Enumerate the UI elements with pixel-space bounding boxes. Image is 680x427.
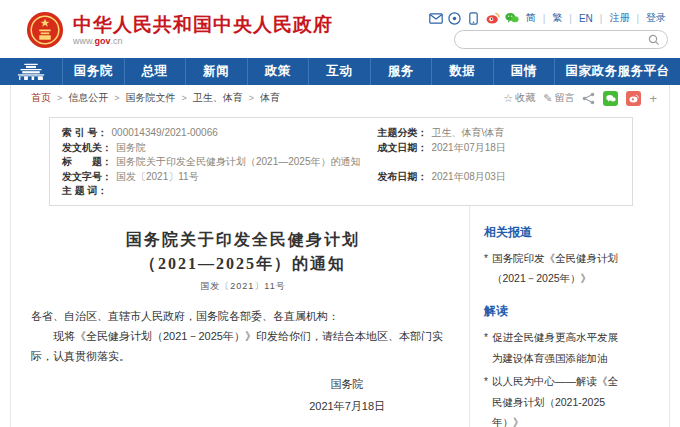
header-quick-links: 简| 繁| EN| 注册| 登录 [429,11,668,25]
share-icon[interactable] [582,92,595,105]
meta-row-spacer [377,184,620,199]
mobile-icon[interactable] [467,12,481,25]
meta-label: 发文机关： [62,141,112,156]
nav-item-services[interactable]: 服务 [370,58,432,85]
meta-label: 标 题： [62,155,112,170]
mail-icon[interactable] [429,12,443,25]
bullet-marker: * [484,327,488,368]
weibo-icon[interactable] [486,12,500,25]
lang-traditional-link[interactable]: 繁 [550,11,564,25]
nav-item-policy[interactable]: 政策 [247,58,309,85]
search-input[interactable] [462,34,648,45]
site-url: www.gov.cn [73,36,333,46]
header-right: 简| 繁| EN| 注册| 登录 [429,11,668,49]
national-emblem-icon [26,11,64,49]
related-report-link[interactable]: * 国务院印发《全民健身计划（2021－2025年）》 [484,248,627,289]
star-icon: ☆ [503,92,513,105]
breadcrumb-separator: > [249,93,254,103]
breadcrumb-health-sports[interactable]: 卫生、体育 [193,91,243,105]
meta-value: 000014349/2021-00066 [112,126,218,141]
meta-row-issuing-agency: 发文机关：国务院 [62,141,377,156]
site-title: 中华人民共和国中央人民政府 [73,14,333,36]
site-url-prefix: www. [73,36,95,46]
pencil-icon: ✎ [543,92,552,105]
comment-label: 留言 [554,91,574,105]
breadcrumb-separator: > [182,93,187,103]
nav-item-state-council[interactable]: 国务院 [62,58,124,85]
document-body-paragraph: 现将《全民健身计划（2021－2025年）》印发给你们，请结合本地区、本部门实际… [31,326,455,367]
meta-right-column: 主题分类：卫生、体育\体育 成文日期：2021年07月18日 发布日期：2021… [377,126,620,199]
site-url-gov: gov [95,36,111,46]
meta-row-index: 索 引 号：000014349/2021-00066 [62,126,377,141]
content-wrap: 首页 > 信息公开 > 国务院文件 > 卫生、体育 > 体育 ☆收藏 ✎留言 + [10,85,670,427]
meta-row-title: 标 题：国务院关于印发全民健身计划（2021—2025年）的通知 [62,155,377,170]
breadcrumb-separator: > [114,93,119,103]
gov-cn-page: 中华人民共和国中央人民政府 www.gov.cn [0,0,680,427]
document-title-line2: （2021—2025年）的通知 [31,252,455,276]
meta-value: 2021年07月18日 [431,141,506,156]
meta-row-keywords: 主 题 词： [62,184,377,199]
login-link[interactable]: 登录 [644,11,668,25]
pipe-separator: | [569,13,572,24]
site-title-block: 中华人民共和国中央人民政府 www.gov.cn [73,14,333,47]
breadcrumb-row: 首页 > 信息公开 > 国务院文件 > 卫生、体育 > 体育 ☆收藏 ✎留言 + [11,85,669,111]
nav-item-premier[interactable]: 总理 [124,58,186,85]
main-nav: 国务院 总理 新闻 政策 互动 服务 数据 国情 国家政务服务平台 [0,58,680,85]
document-title-line1: 国务院关于印发全民健身计划 [31,228,455,252]
nav-item-interaction[interactable]: 互动 [308,58,370,85]
sign-date: 2021年7月18日 [309,395,385,417]
rss-icon[interactable] [448,12,462,25]
meta-value: 卫生、体育\体育 [431,126,504,141]
breadcrumb-separator: > [57,93,62,103]
breadcrumb-home[interactable]: 首页 [31,91,51,105]
lang-english-link[interactable]: EN [577,13,595,24]
share-weibo-button[interactable] [626,91,641,106]
meta-value: 国务院关于印发全民健身计划（2021—2025年）的通知 [116,155,361,170]
meta-label: 索 引 号： [62,126,108,141]
nav-home-tiananmen-icon[interactable] [0,58,62,85]
more-share-button[interactable]: + [649,91,657,106]
site-logo[interactable]: 中华人民共和国中央人民政府 www.gov.cn [26,11,333,49]
meta-label: 发文字号： [62,170,112,185]
nav-item-news[interactable]: 新闻 [185,58,247,85]
search-icon[interactable] [648,34,660,46]
share-wechat-button[interactable] [603,91,618,106]
nav-item-data[interactable]: 数据 [431,58,493,85]
meta-label: 主题分类： [377,126,427,141]
register-link[interactable]: 注册 [607,11,631,25]
meta-left-column: 索 引 号：000014349/2021-00066 发文机关：国务院 标 题：… [62,126,377,199]
breadcrumb: 首页 > 信息公开 > 国务院文件 > 卫生、体育 > 体育 [31,91,280,105]
interpretation-link[interactable]: * 促进全民健身更高水平发展 为建设体育强国添能加油 [484,327,627,368]
related-report-text: 国务院印发《全民健身计划（2021－2025年）》 [492,248,627,289]
pipe-separator: | [636,13,639,24]
document-salutation: 各省、自治区、直辖市人民政府，国务院各部委、各直属机构： [31,306,455,326]
nav-item-national-conditions[interactable]: 国情 [493,58,555,85]
favorite-label: 收藏 [515,91,535,105]
favorite-button[interactable]: ☆收藏 [503,91,535,105]
pipe-separator: | [543,13,546,24]
interpretation-link[interactable]: * 以人民为中心——解读《全民健身计划（2021-2025年）》 [484,371,627,427]
bullet-marker: * [484,371,488,427]
document-number: 国发〔2021〕11号 [31,280,455,293]
related-sidebar: 相关报道 * 国务院印发《全民健身计划（2021－2025年）》 解读 * 促进… [469,206,669,427]
content-columns: 国务院关于印发全民健身计划 （2021—2025年）的通知 国发〔2021〕11… [11,206,669,427]
interpretation-heading: 解读 [484,303,627,320]
site-header: 中华人民共和国中央人民政府 www.gov.cn [0,0,680,58]
meta-label: 发布日期： [377,170,427,185]
lang-simplified-link[interactable]: 简 [524,11,538,25]
signer: 国务院 [309,373,385,395]
site-url-suffix: .cn [111,36,123,46]
comment-button[interactable]: ✎留言 [543,91,574,105]
meta-row-signed-date: 成文日期：2021年07月18日 [377,141,620,156]
nav-item-gov-service-platform[interactable]: 国家政务服务平台 [554,58,680,85]
breadcrumb-state-council-docs[interactable]: 国务院文件 [126,91,176,105]
wechat-icon[interactable] [505,12,519,25]
related-reports-heading: 相关报道 [484,224,627,241]
meta-row-doc-number: 发文字号：国发〔2021〕11号 [62,170,377,185]
pipe-separator: | [600,13,603,24]
search-box[interactable] [454,30,668,49]
breadcrumb-info-disclosure[interactable]: 信息公开 [68,91,108,105]
meta-value: 国发〔2021〕11号 [116,170,199,185]
breadcrumb-sports[interactable]: 体育 [260,91,280,105]
meta-label: 主 题 词： [62,184,108,199]
